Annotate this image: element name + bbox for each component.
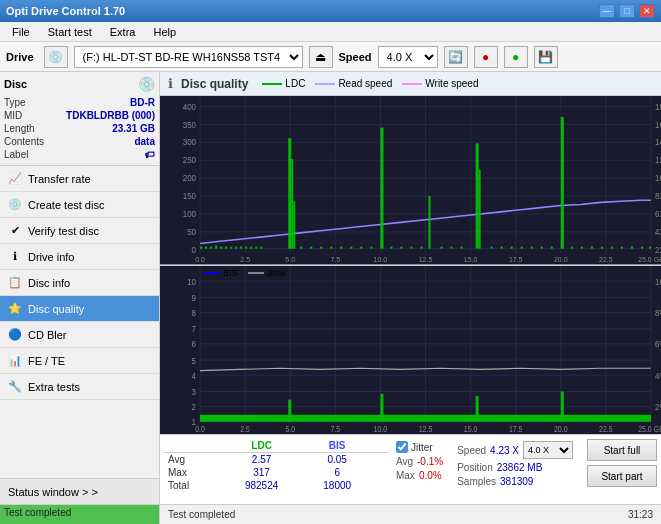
position-row: Position 23862 MB [457,462,573,473]
svg-rect-78 [531,247,533,249]
svg-rect-65 [400,247,402,249]
svg-rect-72 [476,143,479,248]
svg-rect-77 [521,247,523,249]
close-button[interactable]: ✕ [639,4,655,18]
menu-start-test[interactable]: Start test [40,24,100,40]
disc-mid-row: MID TDKBLDRBB (000) [4,109,155,122]
svg-text:7: 7 [192,323,197,334]
menu-file[interactable]: File [4,24,38,40]
menubar: File Start test Extra Help [0,22,661,42]
color1-btn[interactable]: ● [474,46,498,68]
sidebar-item-drive-info[interactable]: ℹ Drive info [0,244,159,270]
svg-text:8X: 8X [655,192,661,201]
fe-te-icon: 📊 [8,354,22,368]
svg-text:0.0: 0.0 [195,255,205,264]
verify-test-disc-icon: ✔ [8,224,22,238]
svg-text:25.0 GB: 25.0 GB [638,424,661,434]
sidebar-item-extra-tests[interactable]: 🔧 Extra tests [0,374,159,400]
legend-ldc-color [262,83,282,85]
svg-text:20.0: 20.0 [554,424,568,434]
cd-bler-icon: 🔵 [8,328,22,342]
svg-rect-70 [451,247,453,249]
save-btn[interactable]: 💾 [534,46,558,68]
svg-text:16X: 16X [655,120,661,129]
svg-text:4%: 4% [655,370,661,381]
svg-rect-48 [245,247,247,249]
stats-row-avg: Avg 2.57 0.05 [164,453,388,467]
svg-text:100: 100 [183,210,197,219]
svg-text:200: 200 [183,174,197,183]
speed-label: Speed [339,51,372,63]
maximize-button[interactable]: □ [619,4,635,18]
progress-container: Test completed [0,504,159,524]
speed-select[interactable]: 4.0 X [378,46,438,68]
svg-rect-88 [631,247,633,249]
svg-text:400: 400 [183,103,197,112]
start-part-button[interactable]: Start part [587,465,657,487]
svg-text:6: 6 [192,338,197,349]
svg-rect-63 [380,128,383,249]
svg-text:250: 250 [183,156,197,165]
disc-panel-title: Disc [4,78,27,90]
bottom-time-text: 31:23 [628,509,653,520]
transfer-rate-icon: 📈 [8,172,22,186]
refresh-btn[interactable]: 🔄 [444,46,468,68]
svg-rect-60 [350,247,352,249]
svg-text:10X: 10X [655,174,661,183]
svg-rect-68 [429,196,431,249]
minimize-button[interactable]: — [599,4,615,18]
svg-text:8%: 8% [655,307,661,318]
disc-length-row: Length 23.31 GB [4,122,155,135]
eject-btn[interactable]: ⏏ [309,46,333,68]
sidebar-item-transfer-rate[interactable]: 📈 Transfer rate [0,166,159,192]
app-title: Opti Drive Control 1.70 [6,5,125,17]
svg-rect-66 [411,247,413,249]
bis-legend-label: BIS [223,268,238,278]
drive-select[interactable]: (F:) HL-DT-ST BD-RE WH16NS58 TST4 [74,46,303,68]
status-window-btn[interactable]: Status window > > [0,478,159,504]
svg-rect-41 [210,247,212,249]
jitter-legend: Jitter [248,268,287,278]
position-val: 23862 MB [497,462,543,473]
start-full-button[interactable]: Start full [587,439,657,461]
svg-rect-58 [330,247,332,249]
svg-rect-54 [293,201,295,248]
svg-rect-59 [340,247,342,249]
bis-legend: BIS [204,268,238,278]
svg-rect-80 [551,247,553,249]
legend-read-speed: Read speed [315,78,392,89]
main-content: ℹ Disc quality LDC Read speed Write spee… [160,72,661,524]
svg-rect-51 [260,247,262,249]
sidebar-item-cd-bler[interactable]: 🔵 CD Bler [0,322,159,348]
menu-extra[interactable]: Extra [102,24,144,40]
jitter-checkbox[interactable] [396,441,408,453]
sidebar-item-disc-quality[interactable]: ⭐ Disc quality [0,296,159,322]
sidebar: Disc 💿 Type BD-R MID TDKBLDRBB (000) Len… [0,72,160,524]
max-jitter-val: 0.0% [419,470,442,481]
drive-icon-btn[interactable]: 💿 [44,46,68,68]
sidebar-item-create-test-disc[interactable]: 💿 Create test disc [0,192,159,218]
svg-rect-69 [441,247,443,249]
sidebar-item-disc-info[interactable]: 📋 Disc info [0,270,159,296]
drive-label: Drive [6,51,34,63]
svg-rect-85 [601,247,603,249]
legend-read-color [315,83,335,85]
samples-row: Samples 381309 [457,476,573,487]
menu-help[interactable]: Help [145,24,184,40]
svg-rect-50 [255,247,257,249]
svg-rect-61 [360,247,362,249]
bottom-status-text: Test completed [168,509,235,520]
svg-rect-143 [561,391,564,421]
jitter-legend-label: Jitter [267,268,287,278]
color2-btn[interactable]: ● [504,46,528,68]
legend-ldc: LDC [262,78,305,89]
svg-rect-84 [591,247,593,249]
speed-row-select[interactable]: 4.0 X [523,441,573,459]
top-chart: 400 350 300 250 200 150 100 50 0 18X 16X [160,96,661,266]
svg-text:17.5: 17.5 [509,255,523,264]
bottom-legend: BIS Jitter [204,268,286,278]
avg-jitter-val: -0.1% [417,456,443,467]
sidebar-item-verify-test-disc[interactable]: ✔ Verify test disc [0,218,159,244]
stats-th-empty [164,439,221,453]
sidebar-item-fe-te[interactable]: 📊 FE / TE [0,348,159,374]
